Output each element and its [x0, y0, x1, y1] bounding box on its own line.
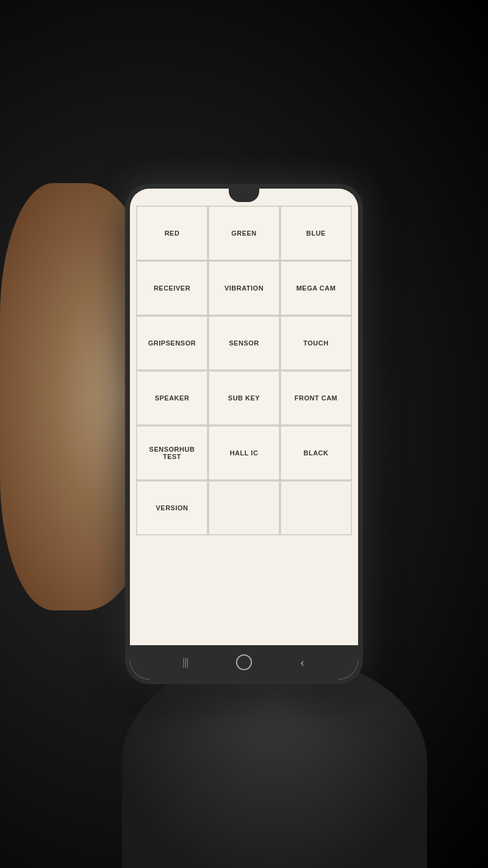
grid-cell-label-blue: BLUE [304, 227, 328, 239]
recent-apps-button[interactable]: ||| [173, 650, 198, 675]
grid-cell-label-vibration: VIBRATION [222, 282, 266, 294]
grid-cell-label-hall-ic: HALL IC [228, 447, 261, 459]
grid-cell-label-gripsensor: GRIPSENSOR [146, 337, 198, 349]
grid-cell-speaker[interactable]: SPEAKER [137, 371, 207, 425]
grid-cell-label-receiver: RECEIVER [151, 282, 193, 294]
grid-cell-receiver[interactable]: RECEIVER [137, 261, 207, 315]
grid-cell-sensor[interactable]: SENSOR [209, 316, 279, 370]
grid-cell-label-touch: TOUCH [301, 337, 331, 349]
grid-cell-touch[interactable]: TOUCH [281, 316, 351, 370]
grid-cell-label-sensor: SENSOR [226, 337, 261, 349]
grid-cell-mega-cam[interactable]: MEGA CAM [281, 261, 351, 315]
grid-cell-green[interactable]: GREEN [209, 206, 279, 260]
home-button[interactable] [236, 654, 252, 670]
grid-cell-red[interactable]: RED [137, 206, 207, 260]
grid-cell-version[interactable]: VERSION [137, 481, 207, 535]
grid-cell-label-version: VERSION [153, 502, 190, 514]
grid-cell-sensorhub-test[interactable]: SENSORHUB TEST [137, 426, 207, 480]
grid-cell-label-red: RED [162, 227, 182, 239]
phone-wrapper: REDGREENBLUERECEIVERVIBRATIONMEGA CAMGRI… [125, 184, 363, 684]
test-grid: REDGREENBLUERECEIVERVIBRATIONMEGA CAMGRI… [136, 206, 352, 535]
back-button[interactable]: ‹ [290, 650, 315, 675]
phone: REDGREENBLUERECEIVERVIBRATIONMEGA CAMGRI… [125, 184, 363, 684]
grid-cell-hall-ic[interactable]: HALL IC [209, 426, 279, 480]
grid-cell-label-mega-cam: MEGA CAM [294, 282, 339, 294]
grid-cell-label-green: GREEN [229, 227, 259, 239]
grid-cell-empty1 [209, 481, 279, 535]
grid-cell-front-cam[interactable]: FRONT CAM [281, 371, 351, 425]
screen-content: REDGREENBLUERECEIVERVIBRATIONMEGA CAMGRI… [130, 189, 358, 645]
grid-cell-empty2 [281, 481, 351, 535]
grid-cell-vibration[interactable]: VIBRATION [209, 261, 279, 315]
grid-cell-label-empty2 [314, 505, 318, 510]
grid-cell-black[interactable]: BLACK [281, 426, 351, 480]
grid-cell-label-black: BLACK [301, 447, 331, 459]
grid-cell-label-empty1 [242, 505, 246, 510]
grid-cell-label-front-cam: FRONT CAM [292, 392, 340, 404]
grid-cell-sub-key[interactable]: SUB KEY [209, 371, 279, 425]
grid-cell-gripsensor[interactable]: GRIPSENSOR [137, 316, 207, 370]
grid-cell-blue[interactable]: BLUE [281, 206, 351, 260]
grid-cell-label-speaker: SPEAKER [152, 392, 192, 404]
navigation-bar: ||| ‹ [130, 645, 358, 679]
hand-bottom [122, 654, 427, 868]
grid-cell-label-sensorhub-test: SENSORHUB TEST [137, 443, 207, 463]
phone-screen: REDGREENBLUERECEIVERVIBRATIONMEGA CAMGRI… [130, 189, 358, 679]
grid-cell-label-sub-key: SUB KEY [226, 392, 262, 404]
